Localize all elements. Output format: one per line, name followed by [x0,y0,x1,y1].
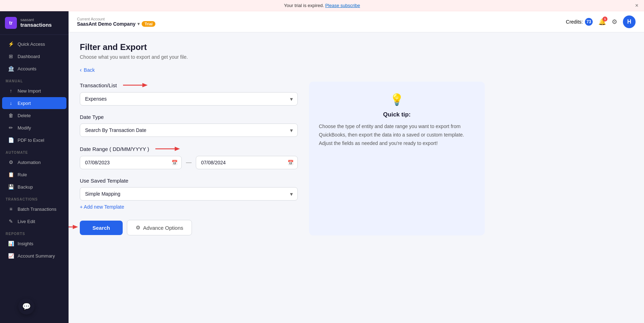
date-to-calendar-icon: 📅 [288,160,294,165]
page-subtitle: Choose what you want to export and get y… [80,54,633,60]
tip-title: Quick tip: [319,111,475,118]
notification-badge: 1 [603,17,607,21]
date-range-group: Date Range ( DD/MM/YYYY ) [80,145,298,169]
sidebar-item-insights[interactable]: 📊 Insights [2,238,66,249]
add-template-label: + Add new Template [80,204,124,210]
content-area: Current Account SaasAnt Demo Company ▾ T… [69,11,644,323]
sidebar-item-account-summary[interactable]: 📈 Account Summary [2,250,66,262]
svg-marker-1 [142,83,148,87]
date-type-select-wrapper: Search By Transaction Date ▾ [80,124,298,137]
credits-display: Credits: 73 [566,18,593,26]
search-button-label: Search [92,225,110,231]
date-type-select[interactable]: Search By Transaction Date [80,124,298,137]
form-area: Transaction/List Expenses [80,82,633,235]
sidebar-item-backup[interactable]: 💾 Backup [2,181,66,193]
pdf-icon: 📄 [8,137,14,143]
action-row: Search ⚙ Advance Options [80,220,298,235]
sidebar-item-automation[interactable]: ⚙ Automation [2,156,66,168]
modify-icon: ✏ [8,125,14,131]
back-button[interactable]: ‹ Back [80,67,633,73]
tip-card: 💡 Quick tip: Choose the type of entity a… [309,82,485,235]
chat-icon: 💬 [22,302,31,311]
rule-icon: 📋 [8,172,14,177]
sidebar-item-rule[interactable]: 📋 Rule [2,169,66,180]
quick-access-icon: ⚡ [8,41,14,47]
section-reports: REPORTS [0,228,69,237]
credits-label: Credits: [566,19,583,25]
new-import-icon: ↑ [8,88,14,94]
logo-brand-top: saasant [20,18,52,22]
account-summary-icon: 📈 [8,253,14,259]
back-chevron-icon: ‹ [80,67,82,73]
dashboard-icon: ⊞ [8,53,14,59]
sidebar-item-dashboard[interactable]: ⊞ Dashboard [2,50,66,62]
close-banner-button[interactable]: × [635,2,638,9]
sidebar-item-pdf-to-excel[interactable]: 📄 PDF to Excel [2,134,66,146]
transaction-list-select[interactable]: Expenses [80,92,298,106]
date-from-wrap: 📅 [80,156,182,169]
arrow-annotation-1 [123,82,148,89]
date-from-input[interactable] [80,156,182,169]
banner-text: Your trial is expired. [284,3,324,8]
export-icon: ↓ [8,100,14,106]
sidebar-item-accounts[interactable]: 🏦 Accounts [2,63,66,75]
date-type-label: Date Type [80,114,104,120]
search-button[interactable]: Search [80,221,123,235]
page-title: Filter and Export [80,42,633,52]
current-account-label: Current Account [77,17,155,21]
live-edit-icon: ✎ [8,218,14,224]
account-selector[interactable]: SaasAnt Demo Company ▾ Trial [77,21,155,27]
sidebar-item-live-edit[interactable]: ✎ Live Edit [2,215,66,227]
credits-count: 73 [585,18,593,26]
saved-template-select-wrapper: Simple Mapping ▾ [80,187,298,201]
main-content: Filter and Export Choose what you want t… [69,32,644,323]
account-name: SaasAnt Demo Company [77,21,135,27]
section-manual: MANUAL [0,75,69,84]
header-right: Credits: 73 🔔 1 ⚙ H [566,15,636,28]
saved-template-select[interactable]: Simple Mapping [80,187,298,201]
chat-bubble-button[interactable]: 💬 [18,298,34,315]
sidebar-logo: tr saasant transactions [0,11,69,35]
advance-options-button[interactable]: ⚙ Advance Options [127,220,192,235]
date-to-input[interactable] [196,156,298,169]
trial-badge: Trial [142,21,155,27]
back-label: Back [84,67,95,73]
saved-template-label: Use Saved Template [80,178,128,184]
section-transactions: TRANSACTIONS [0,193,69,203]
batch-icon: ≡ [8,206,14,212]
insights-icon: 📊 [8,241,14,246]
date-range-row: 📅 — 📅 [80,156,298,169]
settings-button[interactable]: ⚙ [612,18,617,26]
transaction-list-label: Transaction/List [80,82,117,88]
trial-banner: Your trial is expired. Please subscribe … [0,0,644,11]
avatar[interactable]: H [623,15,636,28]
sidebar-item-quick-access[interactable]: ⚡ Quick Access [2,38,66,50]
subscribe-link[interactable]: Please subscribe [325,3,360,8]
sidebar-item-new-import[interactable]: ↑ New Import [2,85,66,97]
backup-icon: 💾 [8,184,14,190]
form-left: Transaction/List Expenses [80,82,298,235]
sidebar-item-export[interactable]: ↓ Export [2,97,66,109]
date-from-calendar-icon: 📅 [172,160,178,165]
transaction-list-group: Transaction/List Expenses [80,82,298,106]
delete-icon: 🗑 [8,113,14,118]
app-header: Current Account SaasAnt Demo Company ▾ T… [69,11,644,32]
sidebar-item-delete[interactable]: 🗑 Delete [2,109,66,121]
saved-template-group: Use Saved Template Simple Mapping ▾ + Ad… [80,178,298,210]
sidebar-item-modify[interactable]: ✏ Modify [2,122,66,134]
tip-text: Choose the type of entity and date range… [319,122,475,147]
advance-icon: ⚙ [136,224,140,231]
sidebar-nav: ⚡ Quick Access ⊞ Dashboard 🏦 Accounts MA… [0,35,69,265]
date-separator: — [186,159,192,166]
arrow-annotation-2 [155,145,180,152]
arrow-annotation-3 [69,223,78,232]
advance-options-label: Advance Options [143,225,183,231]
tip-icon: 💡 [319,93,475,106]
svg-marker-5 [73,225,78,229]
automation-icon: ⚙ [8,159,14,165]
sidebar-item-batch-transactions[interactable]: ≡ Batch Transactions [2,203,66,215]
add-template-link[interactable]: + Add new Template [80,204,124,210]
notification-button[interactable]: 🔔 1 [598,18,606,26]
sidebar: tr saasant transactions ⚡ Quick Access ⊞… [0,11,69,323]
accounts-icon: 🏦 [8,66,14,71]
